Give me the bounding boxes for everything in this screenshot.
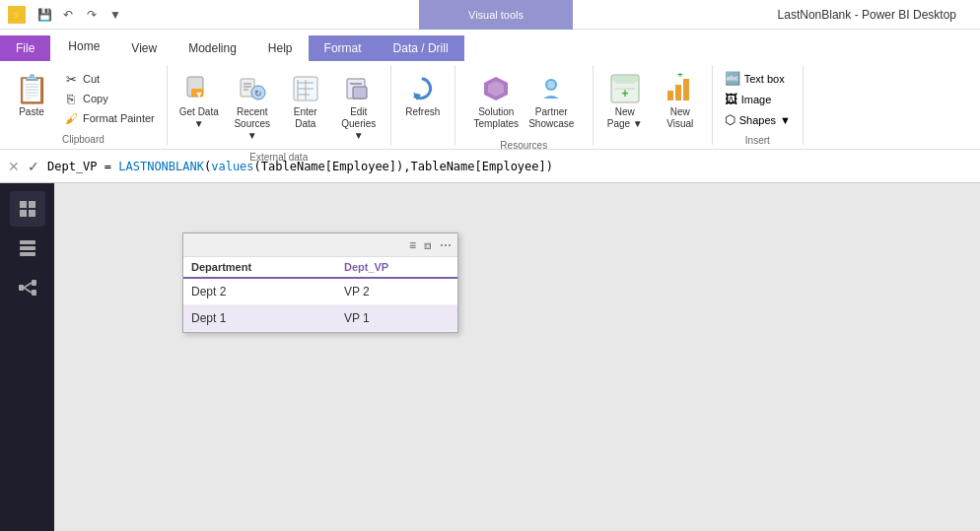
recent-sources-button[interactable]: ↻ Recent Sources ▼ [229, 69, 276, 146]
edit-queries-label: Edit Queries ▼ [337, 106, 381, 142]
get-data-icon: ▼ [183, 73, 215, 104]
sidebar-item-data[interactable] [10, 231, 45, 266]
resources-group-inner: SolutionTemplates PartnerShowcase [472, 65, 575, 138]
cut-button[interactable]: ✂ Cut [59, 69, 104, 89]
cell-dept-1: Dept 1 [183, 305, 336, 332]
new-visual-button[interactable]: + NewVisual [657, 69, 704, 134]
enter-data-icon [290, 73, 321, 104]
customize-qat-button[interactable]: ▼ [105, 4, 126, 26]
get-data-button[interactable]: ▼ Get Data ▼ [175, 69, 223, 134]
svg-text:+: + [677, 73, 683, 80]
svg-rect-28 [683, 79, 689, 100]
edit-queries-button[interactable]: Edit Queries ▼ [335, 69, 383, 146]
image-label: Image [741, 94, 772, 105]
svg-text:▼: ▼ [194, 90, 203, 100]
recent-sources-label: Recent Sources ▼ [231, 106, 274, 142]
refresh-icon [407, 73, 439, 104]
partner-showcase-icon [535, 73, 567, 104]
edit-queries-icon [343, 73, 375, 104]
text-box-button[interactable]: 🔤 Text box [721, 69, 795, 88]
new-page-button[interactable]: + NewPage ▼ [601, 69, 649, 134]
clipboard-group: 📋 Paste ✂ Cut ⎘ Copy 🖌 Format Painter C [0, 65, 168, 145]
new-page-label: NewPage ▼ [607, 106, 643, 130]
refresh-label: Refresh [405, 106, 440, 118]
app-icon: ⚡ [8, 6, 26, 24]
paste-label: Paste [19, 106, 44, 118]
svg-rect-33 [29, 210, 35, 217]
cell-dept-2: Dept 2 [183, 278, 336, 305]
title-bar-left: ⚡ 💾 ↶ ↷ ▼ [8, 4, 126, 26]
tab-file[interactable]: File [0, 35, 50, 61]
recent-sources-icon: ↻ [237, 73, 268, 104]
image-button[interactable]: 🖼 Image [721, 90, 795, 108]
new-visual-label: NewVisual [666, 106, 693, 130]
redo-button[interactable]: ↷ [81, 4, 103, 26]
shapes-label: Shapes [739, 114, 776, 126]
svg-line-41 [24, 288, 32, 293]
insert-group-inner: 🔤 Text box 🖼 Image ⬡ Shapes ▼ [721, 65, 795, 133]
tab-format[interactable]: Format [309, 35, 378, 61]
format-painter-label: Format Painter [83, 112, 155, 124]
formula-bar: ✕ ✓ Dept_VP = LASTNONBLANK(values(TableN… [0, 150, 980, 183]
insert-buttons: 🔤 Text box 🖼 Image ⬡ Shapes ▼ [721, 69, 795, 129]
widget-expand-button[interactable]: ⧈ [422, 236, 434, 254]
svg-rect-32 [20, 210, 27, 217]
sidebar-item-report[interactable] [10, 191, 45, 227]
widget-toolbar: ≡ ⧈ ⋯ [183, 233, 457, 257]
svg-point-20 [547, 81, 555, 89]
solution-templates-button[interactable]: SolutionTemplates [472, 69, 520, 134]
text-box-icon: 🔤 [725, 71, 740, 86]
svg-rect-37 [19, 285, 24, 291]
table-row: Dept 1 VP 1 [183, 305, 457, 332]
partner-showcase-button[interactable]: PartnerShowcase [527, 69, 575, 134]
svg-rect-30 [20, 201, 27, 208]
col-header-department: Department [183, 257, 336, 278]
table-widget[interactable]: ≡ ⧈ ⋯ Department Dept_VP Dept 2 VP 2 [182, 232, 458, 333]
table-row: Dept 2 VP 2 [183, 278, 457, 305]
tab-home[interactable]: Home [52, 33, 115, 61]
svg-rect-38 [32, 280, 36, 286]
canvas-area[interactable]: ≡ ⧈ ⋯ Department Dept_VP Dept 2 VP 2 [54, 183, 980, 531]
widget-more-button[interactable]: ⋯ [438, 236, 454, 254]
undo-button[interactable]: ↶ [57, 4, 79, 26]
left-sidebar [0, 183, 54, 531]
copy-button[interactable]: ⎘ Copy [59, 89, 112, 108]
widget-focus-button[interactable]: ≡ [407, 236, 418, 254]
get-data-label: Get Data ▼ [177, 106, 221, 130]
ribbon: 📋 Paste ✂ Cut ⎘ Copy 🖌 Format Painter C [0, 61, 980, 150]
clipboard-small-buttons: ✂ Cut ⎘ Copy 🖌 Format Painter [59, 69, 159, 128]
tab-data-drill[interactable]: Data / Drill [378, 35, 464, 61]
scissors-icon: ✂ [63, 71, 79, 87]
format-painter-button[interactable]: 🖌 Format Painter [59, 108, 159, 128]
resources-group: SolutionTemplates PartnerShowcase Resour… [455, 65, 594, 145]
pages-group-label [651, 138, 654, 151]
title-bar: ⚡ 💾 ↶ ↷ ▼ Visual tools LastNonBlank - Po… [0, 0, 980, 30]
sidebar-item-relationships[interactable] [10, 270, 45, 305]
solution-templates-label: SolutionTemplates [473, 106, 519, 130]
svg-rect-27 [675, 85, 681, 100]
tab-help[interactable]: Help [252, 34, 309, 61]
svg-rect-34 [20, 240, 35, 244]
format-painter-icon: 🖌 [63, 110, 79, 126]
cell-vp-2: VP 2 [336, 278, 457, 305]
formula-input[interactable]: Dept_VP = LASTNONBLANK(values(TableName[… [47, 160, 972, 173]
refresh-button[interactable]: Refresh [399, 69, 447, 122]
external-data-inner: ▼ Get Data ▼ ↻ [175, 65, 383, 150]
formula-confirm-button[interactable]: ✓ [28, 159, 39, 174]
svg-rect-26 [667, 91, 673, 100]
tab-view[interactable]: View [115, 34, 173, 61]
visual-tools-tab: Visual tools [419, 0, 573, 30]
save-button[interactable]: 💾 [34, 4, 55, 26]
cell-vp-1: VP 1 [336, 305, 457, 332]
solution-templates-icon [480, 73, 512, 104]
copy-icon: ⎘ [63, 91, 79, 106]
partner-showcase-label: PartnerShowcase [528, 106, 574, 130]
formula-cancel-button[interactable]: ✕ [8, 159, 20, 174]
paste-button[interactable]: 📋 Paste [8, 69, 55, 122]
tab-modeling[interactable]: Modeling [173, 34, 252, 61]
shapes-button[interactable]: ⬡ Shapes ▼ [721, 110, 795, 129]
shapes-dropdown-icon: ▼ [780, 114, 791, 126]
insert-group-label: Insert [745, 133, 770, 146]
svg-rect-31 [29, 201, 35, 208]
enter-data-button[interactable]: Enter Data [282, 69, 329, 134]
